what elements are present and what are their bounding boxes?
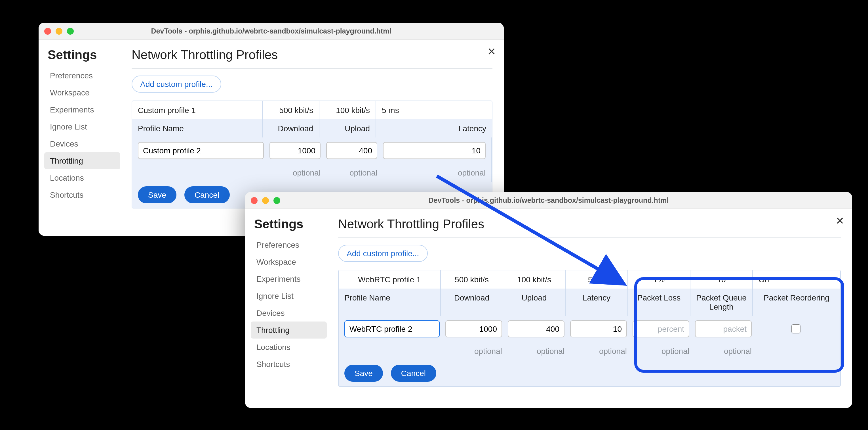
profile-editor: optional optional optional optional opti…	[339, 316, 840, 386]
sidebar-item-ignore-list[interactable]: Ignore List	[251, 287, 327, 305]
optional-label: optional	[383, 168, 486, 177]
close-icon[interactable]: ✕	[487, 47, 496, 57]
optional-label: optional	[445, 346, 502, 355]
download-input[interactable]	[445, 320, 502, 337]
packet-queue-input[interactable]	[695, 320, 752, 337]
sidebar-item-workspace[interactable]: Workspace	[251, 253, 327, 270]
cell-latency: 5 ms	[376, 101, 492, 119]
col-packet-loss: Packet Loss	[628, 289, 690, 316]
sidebar-item-locations[interactable]: Locations	[251, 339, 327, 355]
window-title: DevTools - orphis.github.io/webrtc-sandb…	[38, 27, 504, 35]
sidebar-item-experiments[interactable]: Experiments	[251, 270, 327, 287]
devtools-window-after: DevTools - orphis.github.io/webrtc-sandb…	[245, 192, 852, 408]
traffic-close-icon[interactable]	[251, 197, 257, 204]
col-profile-name: Profile Name	[339, 289, 441, 316]
sidebar-item-preferences[interactable]: Preferences	[44, 67, 120, 84]
close-icon[interactable]: ✕	[836, 216, 844, 226]
cell-upload: 100 kbit/s	[319, 101, 376, 119]
cell-upload: 100 kbit/s	[503, 270, 566, 289]
sidebar-item-shortcuts[interactable]: Shortcuts	[44, 186, 120, 203]
optional-label: optional	[326, 168, 377, 177]
latency-input[interactable]	[570, 320, 627, 337]
cell-packet-queue: 10	[690, 270, 753, 289]
sidebar-item-throttling[interactable]: Throttling	[251, 321, 327, 339]
optional-label: optional	[570, 346, 627, 355]
col-latency: Latency	[566, 289, 628, 316]
traffic-close-icon[interactable]	[44, 28, 51, 34]
upload-input[interactable]	[326, 142, 377, 159]
settings-sidebar: Settings Preferences Workspace Experimen…	[38, 40, 124, 236]
profile-name-input[interactable]	[138, 142, 264, 159]
sidebar-item-locations[interactable]: Locations	[44, 169, 120, 186]
optional-label: optional	[270, 168, 320, 177]
titlebar[interactable]: DevTools - orphis.github.io/webrtc-sandb…	[245, 192, 852, 209]
col-profile-name: Profile Name	[132, 119, 263, 138]
upload-input[interactable]	[508, 320, 564, 337]
settings-heading: Settings	[251, 217, 330, 236]
profile-row[interactable]: WebRTC profile 1 500 kbit/s 100 kbit/s 5…	[339, 270, 840, 289]
cell-download: 500 kbit/s	[263, 101, 319, 119]
sidebar-item-workspace[interactable]: Workspace	[44, 84, 120, 101]
col-download: Download	[263, 119, 319, 138]
traffic-min-icon[interactable]	[262, 197, 269, 204]
col-upload: Upload	[319, 119, 376, 138]
packet-loss-input[interactable]	[632, 320, 689, 337]
add-custom-profile-button[interactable]: Add custom profile...	[132, 76, 221, 93]
cell-packet-loss: 1%	[628, 270, 690, 289]
profile-name-input[interactable]	[344, 320, 440, 337]
sidebar-item-ignore-list[interactable]: Ignore List	[44, 118, 120, 135]
col-download: Download	[441, 289, 503, 316]
cell-profile-name: Custom profile 1	[132, 101, 263, 119]
settings-sidebar: Settings Preferences Workspace Experimen…	[245, 209, 330, 408]
panel-heading: Network Throttling Profiles	[132, 48, 492, 69]
latency-input[interactable]	[383, 142, 486, 159]
column-headers: Profile Name Download Upload Latency Pac…	[339, 289, 840, 316]
cell-packet-reorder: On	[753, 270, 840, 289]
cell-download: 500 kbit/s	[441, 270, 503, 289]
cancel-button[interactable]: Cancel	[391, 365, 436, 382]
settings-heading: Settings	[44, 48, 124, 67]
col-packet-reorder: Packet Reordering	[753, 289, 840, 316]
sidebar-item-preferences[interactable]: Preferences	[251, 236, 327, 253]
col-packet-queue: Packet Queue Length	[690, 289, 753, 316]
save-button[interactable]: Save	[138, 186, 177, 203]
sidebar-item-throttling[interactable]: Throttling	[44, 152, 120, 169]
cancel-button[interactable]: Cancel	[184, 186, 229, 203]
sidebar-item-shortcuts[interactable]: Shortcuts	[251, 355, 327, 373]
save-button[interactable]: Save	[344, 365, 383, 382]
optional-label: optional	[632, 346, 689, 355]
packet-reorder-checkbox[interactable]	[791, 324, 800, 334]
sidebar-item-devices[interactable]: Devices	[44, 135, 120, 152]
download-input[interactable]	[270, 142, 320, 159]
sidebar-item-experiments[interactable]: Experiments	[44, 101, 120, 118]
settings-panel: ✕ Network Throttling Profiles Add custom…	[330, 209, 852, 408]
col-upload: Upload	[503, 289, 566, 316]
traffic-max-icon[interactable]	[274, 197, 280, 204]
titlebar[interactable]: DevTools - orphis.github.io/webrtc-sandb…	[38, 23, 504, 40]
col-latency: Latency	[376, 119, 492, 138]
panel-heading: Network Throttling Profiles	[338, 217, 841, 238]
cell-profile-name: WebRTC profile 1	[339, 270, 441, 289]
optional-label: optional	[695, 346, 752, 355]
column-headers: Profile Name Download Upload Latency	[132, 119, 492, 138]
optional-label: optional	[508, 346, 564, 355]
window-title: DevTools - orphis.github.io/webrtc-sandb…	[245, 196, 852, 204]
add-custom-profile-button[interactable]: Add custom profile...	[338, 245, 428, 262]
traffic-max-icon[interactable]	[67, 28, 74, 34]
profile-row[interactable]: Custom profile 1 500 kbit/s 100 kbit/s 5…	[132, 101, 492, 119]
cell-latency: 5 ms	[566, 270, 628, 289]
profiles-table: WebRTC profile 1 500 kbit/s 100 kbit/s 5…	[338, 270, 841, 387]
traffic-min-icon[interactable]	[56, 28, 62, 34]
sidebar-item-devices[interactable]: Devices	[251, 305, 327, 321]
